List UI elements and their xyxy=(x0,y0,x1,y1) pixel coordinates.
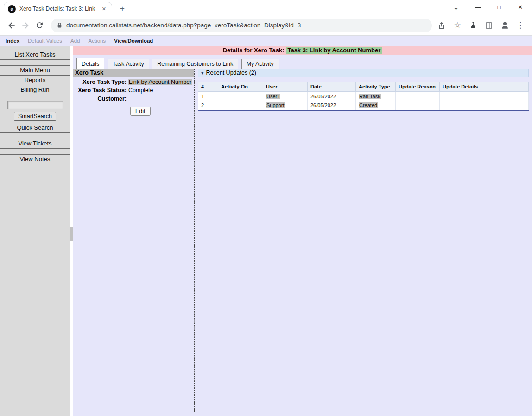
smartsearch-input[interactable] xyxy=(7,101,63,109)
page-menubar: Index Default Values Add Actions View/Do… xyxy=(0,36,532,46)
browser-toolbar: documentation.callstats.net/backend/data… xyxy=(0,15,532,36)
cell-update-details xyxy=(440,92,529,101)
details-panel: Xero Task Xero Task Type: Link by Accoun… xyxy=(73,69,194,412)
frame-scrollbar[interactable] xyxy=(70,46,73,416)
smartsearch-button[interactable]: SmartSearch xyxy=(14,112,56,121)
profile-avatar-icon[interactable] xyxy=(498,19,512,32)
side-panel-icon[interactable] xyxy=(482,19,496,32)
recent-updates-table: # Activity On User Date Activity Type Up… xyxy=(198,82,529,111)
section-header-xero-task: Xero Task xyxy=(73,69,194,77)
recent-updates-header[interactable]: ▾ Recent Updates (2) xyxy=(198,69,529,77)
cell-num: 2 xyxy=(198,101,218,110)
tab-title: Xero Task Details: Task 3: Link by xyxy=(19,6,96,12)
sidebar-item-quick-search[interactable]: Quick Search xyxy=(0,123,70,133)
forward-button[interactable] xyxy=(19,19,32,32)
field-value-status: Complete xyxy=(128,87,194,94)
cell-update-reason xyxy=(396,92,440,101)
cell-date: 26/05/2022 xyxy=(308,92,356,101)
collapse-arrow-icon: ▾ xyxy=(201,70,204,76)
edit-button[interactable]: Edit xyxy=(130,107,151,116)
cell-activity-on xyxy=(218,92,263,101)
field-label-customer: Customer: xyxy=(73,95,128,102)
col-activity-on: Activity On xyxy=(218,82,263,92)
cell-activity-type: Ran Task xyxy=(356,92,396,101)
field-label-status: Xero Task Status: xyxy=(73,87,128,94)
table-row: 1 User1 26/05/2022 Ran Task xyxy=(198,92,529,101)
menu-item-add: Add xyxy=(70,38,80,44)
reload-button[interactable] xyxy=(32,19,46,32)
sidebar-item-billing-run[interactable]: Billing Run xyxy=(0,85,70,95)
page-tabs: Details Task Activity Remaining Customer… xyxy=(73,55,532,69)
menu-item-actions: Actions xyxy=(88,38,106,44)
recent-updates-title: Recent Updates (2) xyxy=(206,69,256,76)
window-minimize-button[interactable]: — xyxy=(472,2,484,13)
page-title-prefix: Details for Xero Task: xyxy=(223,47,285,54)
col-update-reason: Update Reason xyxy=(396,82,440,92)
share-icon[interactable] xyxy=(435,19,449,32)
tab-my-activity[interactable]: My Activity xyxy=(241,59,279,69)
col-update-details: Update Details xyxy=(440,82,529,92)
field-label-type: Xero Task Type: xyxy=(73,79,128,85)
cell-num: 1 xyxy=(198,92,218,101)
tab-search-chevron-icon[interactable]: ⌄ xyxy=(450,2,462,13)
col-activity-type: Activity Type xyxy=(356,82,396,92)
col-user: User xyxy=(263,82,308,92)
browser-tab[interactable]: a Xero Task Details: Task 3: Link by ✕ xyxy=(4,2,112,15)
window-close-button[interactable]: ✕ xyxy=(514,2,526,13)
frame-scrollbar-thumb[interactable] xyxy=(70,227,73,241)
new-tab-button[interactable]: + xyxy=(117,3,128,14)
browser-tabbar: a Xero Task Details: Task 3: Link by ✕ +… xyxy=(0,0,532,15)
menu-item-default-values: Default Values xyxy=(28,38,62,44)
cell-date: 26/05/2022 xyxy=(308,101,356,110)
tab-details[interactable]: Details xyxy=(76,58,104,69)
window-maximize-button[interactable]: □ xyxy=(493,2,505,13)
lock-icon xyxy=(57,22,63,28)
address-bar[interactable]: documentation.callstats.net/backend/data… xyxy=(51,19,432,32)
tab-remaining-customers[interactable]: Remaining Customers to Link xyxy=(152,59,238,69)
table-row: 2 Support 26/05/2022 Created xyxy=(198,101,529,110)
cell-user: Support xyxy=(263,101,308,110)
table-header-row: # Activity On User Date Activity Type Up… xyxy=(198,82,529,92)
col-num: # xyxy=(198,82,218,92)
browser-menu-dots-icon[interactable]: ⋮ xyxy=(513,19,527,32)
sidebar-item-main-menu[interactable]: Main Menu xyxy=(0,65,70,76)
cell-activity-type: Created xyxy=(356,101,396,110)
menu-item-view-download[interactable]: View/Download xyxy=(114,38,153,44)
tab-close-icon[interactable]: ✕ xyxy=(100,5,108,13)
bookmark-star-icon[interactable]: ☆ xyxy=(450,19,464,32)
cell-user: User1 xyxy=(263,92,308,101)
site-favicon-icon: a xyxy=(8,5,16,13)
cell-update-reason xyxy=(396,101,440,110)
url-text: documentation.callstats.net/backend/data… xyxy=(66,22,301,29)
page-title-highlight: Task 3: Link by Account Number xyxy=(286,47,382,54)
menu-item-index[interactable]: Index xyxy=(6,38,19,44)
sidebar-item-reports[interactable]: Reports xyxy=(0,76,70,85)
col-date: Date xyxy=(308,82,356,92)
content-area: Details for Xero Task:Task 3: Link by Ac… xyxy=(73,46,532,416)
field-value-type: Link by Account Number xyxy=(128,79,192,85)
sidebar-item-view-tickets[interactable]: View Tickets xyxy=(0,139,70,149)
page-title: Details for Xero Task:Task 3: Link by Ac… xyxy=(73,46,532,55)
back-button[interactable] xyxy=(5,19,19,32)
recent-updates-panel: ▾ Recent Updates (2) # Activity On User … xyxy=(194,69,532,412)
tab-task-activity[interactable]: Task Activity xyxy=(108,59,149,69)
extension-flask-icon[interactable] xyxy=(466,19,480,32)
cell-update-details xyxy=(440,101,529,110)
sidebar-item-list-xero-tasks[interactable]: List Xero Tasks xyxy=(0,50,70,60)
cell-activity-on xyxy=(218,101,263,110)
sidebar-item-view-notes[interactable]: View Notes xyxy=(0,154,70,164)
sidebar: List Xero Tasks Main Menu Reports Billin… xyxy=(0,46,70,416)
